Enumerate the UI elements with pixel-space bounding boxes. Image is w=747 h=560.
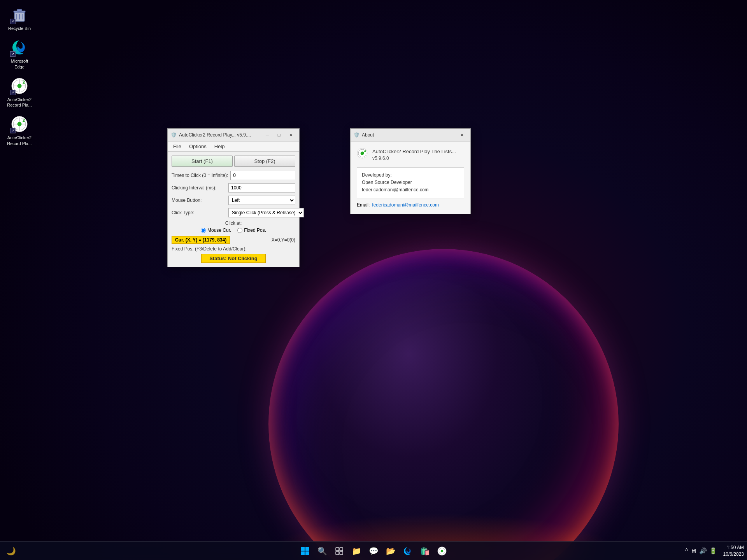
- taskbar-left: 🌙: [3, 543, 19, 559]
- taskbar-center: 🔍 📁 💬 📂 🛍️: [297, 543, 450, 559]
- developed-by-label: Developed by:: [362, 172, 459, 179]
- svg-rect-2: [17, 9, 22, 11]
- click-at-label: Click at:: [172, 220, 295, 226]
- mouse-cur-text: Mouse Cur.: [207, 228, 231, 233]
- fixed-coords-display: X=0,Y=0(0): [272, 237, 295, 243]
- tray-volume-icon[interactable]: 🔊: [699, 547, 707, 555]
- desktop-icon-recycle-bin[interactable]: ↗ Recycle Bin: [4, 4, 35, 33]
- svg-point-10: [18, 84, 21, 88]
- search-taskbar-icon[interactable]: 🔍: [314, 543, 330, 559]
- svg-rect-28: [336, 551, 339, 555]
- edge-label: Microsoft Edge: [5, 58, 33, 70]
- about-app-icon: 2: [357, 148, 368, 161]
- developer-email-display: federicadomani@mailfence.com: [362, 186, 459, 194]
- click-at-radio-group: Mouse Cur. Fixed Pos.: [172, 228, 295, 233]
- desktop-icon-autoclicker1[interactable]: 2 ↗ AutoClicker2 Record Pla...: [4, 75, 35, 110]
- desktop-icon-autoclicker2[interactable]: 2 ↗ AutoClicker2 Record Pla...: [4, 113, 35, 148]
- developer-name: Open Source Developer: [362, 179, 459, 186]
- about-content: 2 AutoClicker2 Record Play The Lists... …: [351, 142, 470, 214]
- tray-chevron[interactable]: ^: [685, 548, 688, 555]
- taskview-taskbar-icon[interactable]: [331, 543, 347, 559]
- times-to-click-input[interactable]: [230, 171, 295, 180]
- email-label: Email:: [357, 202, 370, 208]
- autoclicker2-icon: 2 ↗: [10, 115, 29, 133]
- recycle-bin-label: Recycle Bin: [8, 26, 31, 31]
- menu-file[interactable]: File: [169, 142, 185, 150]
- svg-point-20: [361, 152, 364, 155]
- autoclicker1-icon: 2 ↗: [10, 77, 29, 95]
- clicking-interval-row: Clicking Interval (ms):: [172, 183, 295, 192]
- system-clock[interactable]: 1:50 AM 10/6/2023: [723, 544, 744, 558]
- mouse-button-select[interactable]: Left Right Middle: [228, 196, 295, 205]
- tray-network-icon[interactable]: 🖥: [691, 548, 697, 555]
- start-stop-buttons: Start (F1) Stop (F2): [172, 156, 295, 167]
- weather-taskbar-icon[interactable]: 🌙: [3, 543, 19, 559]
- shortcut-arrow: ↗: [10, 19, 16, 24]
- svg-rect-27: [340, 548, 343, 551]
- desktop-icon-area: ↗ Recycle Bin ↗: [4, 4, 35, 148]
- fileexplorer-taskbar-icon[interactable]: 📁: [349, 543, 364, 559]
- taskbar-right: ^ 🖥 🔊 🔋 1:50 AM 10/6/2023: [682, 544, 744, 558]
- edge-icon: ↗: [10, 38, 29, 57]
- svg-point-16: [18, 122, 21, 126]
- about-titlebar[interactable]: 🛡️ About ✕: [351, 129, 470, 142]
- autoclicker-title-text: AutoClicker2 Record Play... v5.9....: [179, 132, 251, 138]
- mouse-cur-radio[interactable]: [201, 228, 206, 233]
- clock-time: 1:50 AM: [723, 544, 744, 551]
- shortcut-arrow-ac1: ↗: [10, 90, 16, 95]
- menu-bar: File Options Help: [168, 142, 299, 152]
- explorer-taskbar-icon[interactable]: 📂: [383, 543, 398, 559]
- about-app-name: AutoClicker2 Record Play The Lists...: [372, 148, 456, 156]
- status-badge: Status: Not Clicking: [201, 254, 266, 263]
- taskbar: 🌙 🔍 📁 💬 📂: [0, 541, 747, 560]
- about-email-row: Email: federicadomani@mailfence.com: [357, 202, 464, 208]
- current-position-display: Cur. (X, Y) = (1179, 834): [172, 236, 230, 244]
- edge-taskbar-icon[interactable]: [400, 543, 416, 559]
- times-to-click-label: Times to Click (0 = Infinite):: [172, 173, 228, 178]
- autoclicker-window-controls: ─ □ ✕: [262, 131, 296, 139]
- autoclicker-content: Start (F1) Stop (F2) Times to Click (0 =…: [168, 152, 299, 267]
- tray-battery-icon[interactable]: 🔋: [709, 547, 717, 555]
- stop-button[interactable]: Stop (F2): [234, 156, 295, 167]
- menu-options[interactable]: Options: [185, 142, 210, 150]
- svg-point-32: [441, 550, 443, 552]
- svg-rect-24: [301, 551, 305, 555]
- store-taskbar-icon[interactable]: 🛍️: [417, 543, 433, 559]
- mouse-button-row: Mouse Button: Left Right Middle: [172, 196, 295, 205]
- svg-rect-25: [305, 551, 309, 555]
- about-developer-box: Developed by: Open Source Developer fede…: [357, 167, 464, 198]
- svg-rect-23: [305, 547, 309, 551]
- about-window-controls: ✕: [456, 131, 467, 139]
- svg-text:2: 2: [23, 118, 25, 122]
- minimize-button[interactable]: ─: [262, 131, 273, 139]
- clicking-interval-input[interactable]: [228, 183, 295, 192]
- about-app-info: AutoClicker2 Record Play The Lists... v5…: [372, 148, 456, 161]
- autoclicker-title-icon: 🛡️: [171, 132, 177, 138]
- autoclicker-main-window: 🛡️ AutoClicker2 Record Play... v5.9.... …: [167, 128, 300, 267]
- autoclicker-titlebar[interactable]: 🛡️ AutoClicker2 Record Play... v5.9.... …: [168, 129, 299, 142]
- fixed-pos-radio-label[interactable]: Fixed Pos.: [237, 228, 266, 233]
- close-button[interactable]: ✕: [285, 131, 296, 139]
- fixed-pos-text: Fixed Pos.: [244, 228, 266, 233]
- fixed-pos-instruction: Fixed Pos. (F3/Delete to Add/Clear):: [172, 246, 295, 252]
- about-version: v5.9.6.0: [372, 156, 456, 161]
- about-email-link[interactable]: federicadomani@mailfence.com: [372, 202, 439, 208]
- svg-text:2: 2: [364, 149, 366, 152]
- start-button[interactable]: Start (F1): [172, 156, 233, 167]
- maximize-button[interactable]: □: [274, 131, 284, 139]
- system-tray: ^ 🖥 🔊 🔋: [682, 547, 720, 555]
- shortcut-arrow-ac2: ↗: [10, 128, 16, 133]
- about-close-button[interactable]: ✕: [456, 131, 467, 139]
- autoclicker-taskbar-icon[interactable]: [434, 543, 450, 559]
- menu-help[interactable]: Help: [210, 142, 229, 150]
- start-button-taskbar[interactable]: [297, 543, 313, 559]
- desktop-icon-edge[interactable]: ↗ Microsoft Edge: [4, 37, 35, 71]
- click-type-select[interactable]: Single Click (Press & Release) Double Cl…: [228, 208, 304, 217]
- chat-taskbar-icon[interactable]: 💬: [366, 543, 381, 559]
- mouse-cur-radio-label[interactable]: Mouse Cur.: [201, 228, 231, 233]
- svg-rect-22: [301, 547, 305, 551]
- desktop-background: [0, 0, 747, 560]
- status-bar: Status: Not Clicking: [172, 254, 295, 263]
- position-row: Cur. (X, Y) = (1179, 834) X=0,Y=0(0): [172, 236, 295, 244]
- fixed-pos-radio[interactable]: [237, 228, 242, 233]
